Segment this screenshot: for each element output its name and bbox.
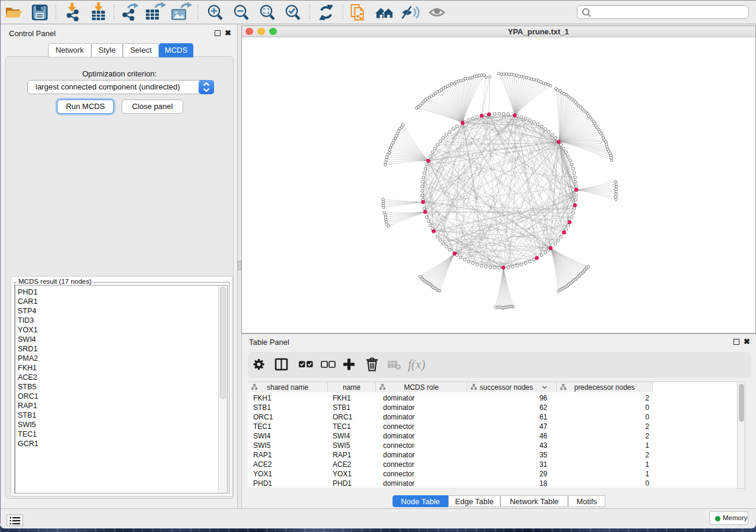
svg-text:f(x): f(x) <box>408 357 425 371</box>
